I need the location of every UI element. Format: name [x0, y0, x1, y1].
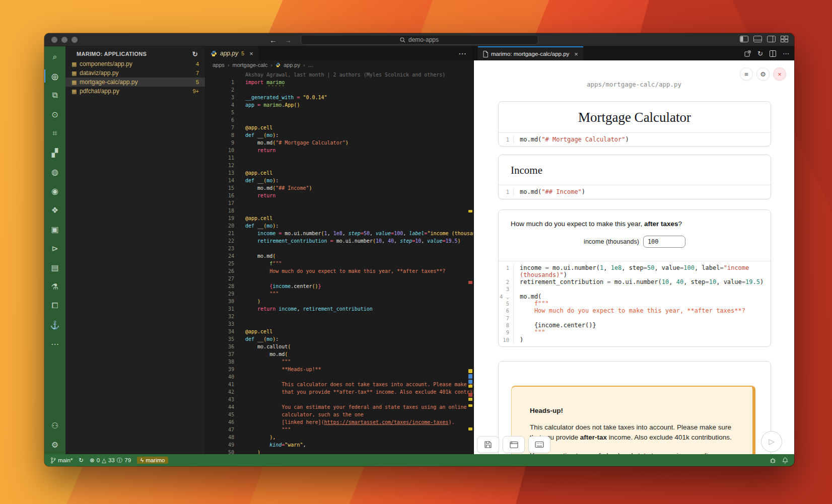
sidebar-item-dataviz[interactable]: ▦ dataviz/app.py 7 [65, 68, 205, 78]
code-line[interactable]: 41 This calculator does not take taxes i… [205, 381, 473, 388]
code-line[interactable]: 38 """ [205, 358, 473, 366]
code-line[interactable]: 2 [205, 86, 473, 94]
command-center-search[interactable]: demo-apps [301, 35, 538, 45]
back-icon[interactable]: ← [269, 36, 277, 44]
code-line[interactable]: 26 How much do you expect to make this y… [205, 267, 473, 275]
editor-layout-icon[interactable] [781, 36, 788, 42]
code-line[interactable]: 18 [205, 207, 473, 214]
code-line[interactable]: 49 kind="warn", [205, 441, 473, 449]
cell-code[interactable]: 1mo.md("## Income") [499, 185, 771, 198]
code-line[interactable]: 5 [205, 109, 473, 116]
keyboard-shortcuts-button[interactable] [528, 436, 550, 453]
sync-changes-button[interactable]: ↻ [79, 457, 84, 464]
refresh-icon[interactable]: ↻ [757, 50, 763, 57]
report-bug-button[interactable] [770, 457, 776, 464]
toggle-panel-icon[interactable] [753, 36, 762, 42]
comments-icon[interactable]: ▣ [44, 220, 65, 239]
forward-icon[interactable]: → [284, 36, 292, 44]
zoom-window-button[interactable] [72, 37, 78, 43]
cell-code[interactable]: 1income = mo.ui.number(1, 1e8, step=50, … [499, 261, 771, 346]
marimo-status-badge[interactable]: ϟ marimo [137, 457, 168, 464]
code-line[interactable]: 37 mo.md( [205, 350, 473, 358]
overview-ruler[interactable] [467, 69, 473, 454]
code-line[interactable]: 9 mo.md("# Mortgage Calculator") [205, 139, 473, 147]
code-line[interactable]: 23 [205, 245, 473, 252]
code-line[interactable]: 1income = mo.ui.number(1, 1e8, step=50, … [499, 264, 771, 271]
code-line[interactable]: 5 f""" [499, 300, 771, 307]
minimize-window-button[interactable] [61, 37, 67, 43]
sidebar-item-components[interactable]: ▦ components/app.py 4 [65, 59, 205, 68]
code-line[interactable]: 50 ) [205, 449, 473, 454]
code-line[interactable]: 22 retirement_contribution = mo.ui.numbe… [205, 237, 473, 245]
settings-gear-icon[interactable]: ⚙ [44, 435, 65, 454]
open-browser-button[interactable] [503, 436, 525, 453]
code-line[interactable]: 27 [205, 275, 473, 282]
code-line[interactable]: 39 **Heads-up!** [205, 366, 473, 373]
code-line[interactable]: 10 return [205, 147, 473, 154]
run-circle-icon[interactable]: ⊳ [44, 239, 65, 258]
close-window-button[interactable] [51, 37, 57, 43]
code-line[interactable]: 3 [499, 285, 771, 293]
code-line[interactable]: 14def __(mo): [205, 177, 473, 184]
code-line[interactable]: 40 [205, 373, 473, 381]
code-line[interactable]: 1mo.md("# Mortgage Calculator") [499, 136, 771, 143]
code-line[interactable]: 32 [205, 313, 473, 320]
marimo-icon[interactable]: ◎ [44, 66, 65, 86]
tab-app-py[interactable]: app.py 5 × [205, 46, 258, 60]
code-line[interactable]: 10) [499, 336, 771, 343]
code-line[interactable]: 8 {income.center()} [499, 322, 771, 329]
code-line[interactable]: 11 [205, 154, 473, 162]
code-line[interactable]: 13@app.cell [205, 169, 473, 177]
code-line[interactable]: 43 [205, 396, 473, 403]
code-editor[interactable]: Akshay Agrawal, last month | 2 authors (… [205, 69, 473, 454]
code-line[interactable]: 6 [205, 116, 473, 124]
code-line[interactable]: 34@app.cell [205, 328, 473, 335]
more-actions-icon[interactable]: ⋯ [783, 50, 789, 57]
more-actions-icon[interactable]: ⋯ [44, 334, 65, 353]
search-icon[interactable]: ⌕ [44, 47, 65, 66]
code-line[interactable]: 12 [205, 162, 473, 169]
github-icon[interactable]: ◉ [44, 181, 65, 200]
code-line[interactable]: 35def __(mo): [205, 335, 473, 343]
git-branch-indicator[interactable]: main* [50, 457, 73, 464]
code-line[interactable]: 29 """ [205, 290, 473, 298]
code-line[interactable]: 17 [205, 199, 473, 207]
remote-screen-icon[interactable]: ⧠ [44, 296, 65, 315]
sidebar-item-pdfchat[interactable]: ▦ pdfchat/app.py 9+ [65, 87, 205, 96]
open-external-icon[interactable] [744, 50, 751, 57]
code-line[interactable]: 7@app.cell [205, 124, 473, 131]
code-line[interactable]: 21 income = mo.ui.number(1, 1e8, step=50… [205, 230, 473, 237]
code-line[interactable]: 8def __(mo): [205, 131, 473, 139]
shutdown-close-button[interactable]: × [773, 67, 786, 81]
split-editor-icon[interactable] [770, 50, 776, 57]
income-number-input[interactable] [643, 236, 685, 248]
test-flask-icon[interactable]: ⚗ [44, 277, 65, 296]
code-line[interactable]: 46 [linked here](https://smartasset.com/… [205, 418, 473, 426]
code-line[interactable]: 4app = marimo.App() [205, 101, 473, 109]
code-line[interactable]: (thousands)") [499, 271, 771, 278]
code-line[interactable]: 16 return [205, 192, 473, 199]
breadcrumb[interactable]: apps› mortgage-calc› app.py› … [205, 60, 473, 69]
account-icon[interactable]: ⚇ [44, 416, 65, 435]
settings-gear-button[interactable]: ⚙ [756, 67, 770, 81]
code-line[interactable]: 3__generated_with = "0.0.14" [205, 94, 473, 101]
code-line[interactable]: 44 You can estimate your federal and sta… [205, 403, 473, 411]
run-all-play-button[interactable]: ▷ [761, 431, 782, 452]
code-line[interactable]: 47 """ [205, 426, 473, 434]
code-line[interactable]: 7 [499, 315, 771, 322]
sidebar-refresh-icon[interactable]: ↻ [192, 50, 198, 58]
code-line[interactable]: 20def __(mo): [205, 222, 473, 230]
code-line[interactable]: 30 ) [205, 298, 473, 305]
globe-icon[interactable]: ◍ [44, 162, 65, 181]
code-line[interactable]: 6 How much do you expect to make this ye… [499, 307, 771, 314]
code-line[interactable]: 45 calculator, such as the one [205, 411, 473, 418]
code-line[interactable]: 1import marimo [205, 79, 473, 86]
code-line[interactable]: 25 f""" [205, 260, 473, 267]
code-line[interactable]: 9 """ [499, 329, 771, 336]
code-line[interactable]: 24 mo.md( [205, 252, 473, 260]
code-line[interactable]: 48 ), [205, 434, 473, 441]
close-tab-icon[interactable]: × [574, 50, 578, 58]
code-line[interactable]: 33 [205, 320, 473, 328]
editor-more-actions-icon[interactable]: ⋯ [458, 46, 466, 60]
save-button[interactable] [477, 436, 499, 453]
